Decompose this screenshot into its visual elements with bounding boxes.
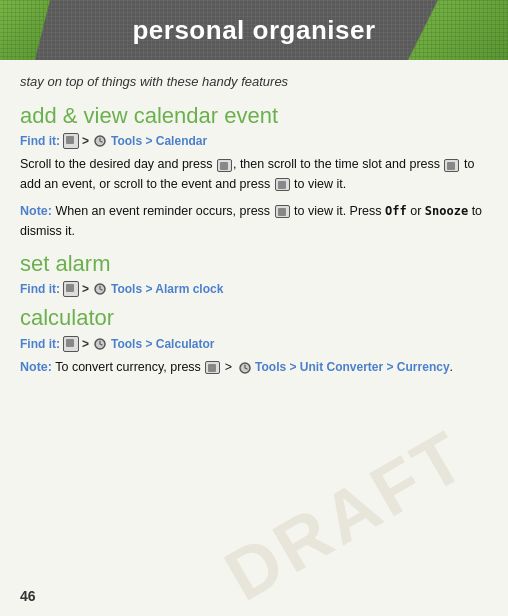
note-calendar: Note: When an event reminder occurs, pre… — [20, 202, 488, 241]
off-label: Off — [385, 204, 407, 218]
page-title: personal organiser — [16, 15, 492, 46]
find-it-path-calculator: Tools > Calculator — [111, 337, 214, 351]
find-it-calculator: Find it: > Tools > Calculator — [20, 336, 488, 352]
find-it-path-alarm: Tools > Alarm clock — [111, 282, 223, 296]
note-label-calculator: Note: — [20, 360, 52, 374]
page-number: 46 — [20, 588, 36, 604]
main-content: stay on top of things with these handy f… — [0, 60, 508, 401]
arrow-1: > — [82, 134, 89, 148]
section-title-calculator: calculator — [20, 305, 488, 331]
inline-button-2 — [444, 159, 459, 172]
menu-button-icon-1 — [63, 133, 79, 149]
inline-button-4 — [275, 205, 290, 218]
section-title-alarm: set alarm — [20, 251, 488, 277]
section-calendar: add & view calendar event Find it: > Too… — [20, 103, 488, 241]
find-it-label-calendar: Find it: — [20, 134, 60, 148]
tools-icon-2 — [92, 281, 108, 297]
menu-button-icon-3 — [63, 336, 79, 352]
tools-icon-4 — [237, 360, 251, 374]
page-header: personal organiser — [0, 0, 508, 60]
tools-icon-1 — [92, 133, 108, 149]
find-it-label-calculator: Find it: — [20, 337, 60, 351]
note-label-calendar: Note: — [20, 204, 52, 218]
inline-button-5 — [205, 361, 220, 374]
menu-button-icon-2 — [63, 281, 79, 297]
inline-button-1 — [217, 159, 232, 172]
arrow-3: > — [82, 337, 89, 351]
find-it-calendar: Find it: > Tools > Calendar — [20, 133, 488, 149]
section-title-calendar: add & view calendar event — [20, 103, 488, 129]
find-it-path-calendar: Tools > Calendar — [111, 134, 207, 148]
inline-button-3 — [275, 178, 290, 191]
body-text-calendar: Scroll to the desired day and press , th… — [20, 155, 488, 194]
section-alarm: set alarm Find it: > Tools > Alarm clock — [20, 251, 488, 297]
currency-path: Tools > Unit Converter > Currency — [255, 360, 450, 374]
arrow-2: > — [82, 282, 89, 296]
section-calculator: calculator Find it: > Tools > Calculator… — [20, 305, 488, 377]
tools-icon-3 — [92, 336, 108, 352]
page-subtitle: stay on top of things with these handy f… — [20, 74, 488, 89]
snooze-label: Snooze — [425, 204, 468, 218]
find-it-label-alarm: Find it: — [20, 282, 60, 296]
find-it-alarm: Find it: > Tools > Alarm clock — [20, 281, 488, 297]
note-calculator: Note: To convert currency, press > Tools… — [20, 358, 488, 377]
